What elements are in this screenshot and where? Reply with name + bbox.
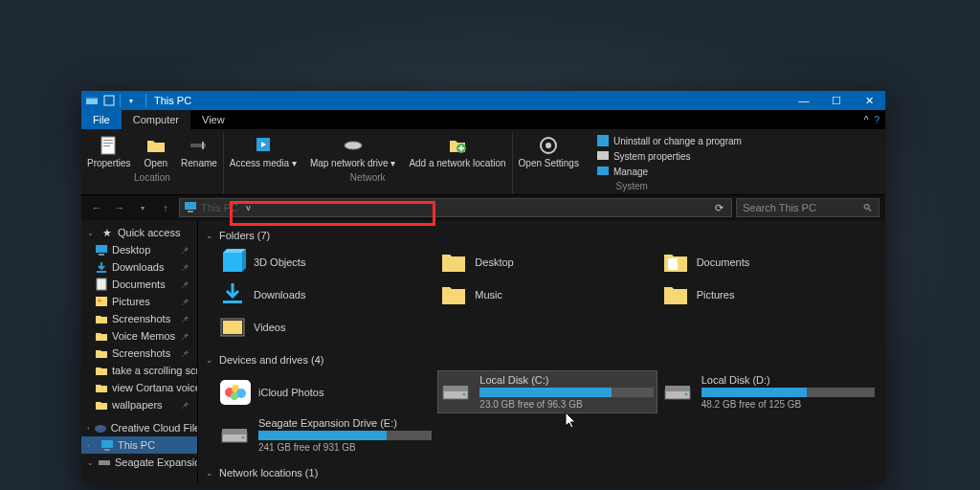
properties-button[interactable]: Properties: [81, 133, 137, 170]
uninstall-program-button[interactable]: Uninstall or change a program: [590, 133, 747, 148]
pin-icon: 📌︎: [180, 279, 193, 290]
navigation-bar: ← → ▾ ↑ This PC v ⟳ Search This PC 🔍︎: [81, 195, 885, 220]
cloud-icon: [94, 421, 107, 434]
section-network-locations[interactable]: ⌄ Network locations (1): [206, 463, 878, 482]
open-settings-button[interactable]: Open Settings: [513, 133, 585, 170]
sidebar-item-take-a-scrolling-scre[interactable]: take a scrolling scre📌︎: [81, 362, 197, 379]
folder-icon: [662, 249, 689, 276]
close-button[interactable]: ✕: [853, 91, 885, 110]
sidebar-item-screenshots[interactable]: Screenshots📌︎: [81, 345, 197, 362]
title-bar[interactable]: ▾ This PC — ☐ ✕: [81, 91, 885, 110]
drive-local-disk-c-[interactable]: Local Disk (C:)23.0 GB free of 96.3 GB: [438, 371, 656, 412]
folder-downloads[interactable]: Downloads: [217, 279, 434, 310]
search-input[interactable]: Search This PC 🔍︎: [736, 198, 880, 217]
svg-point-14: [546, 143, 551, 148]
folder-music[interactable]: Music: [438, 279, 656, 310]
navigation-pane[interactable]: ⌄ ★ Quick access Desktop📌︎Downloads📌︎Doc…: [81, 220, 198, 483]
chevron-down-icon: ⌄: [206, 355, 213, 365]
forward-button[interactable]: →: [110, 198, 129, 217]
svg-marker-31: [223, 249, 246, 253]
section-drives[interactable]: ⌄ Devices and drives (4): [206, 350, 878, 369]
folder-icon: [219, 249, 246, 276]
folder-pictures[interactable]: Pictures: [660, 279, 878, 310]
svg-marker-32: [242, 249, 246, 272]
refresh-button[interactable]: ⟳: [711, 202, 727, 214]
folder-icon: [219, 314, 246, 341]
folder-3d-objects[interactable]: 3D Objects: [217, 247, 434, 278]
svg-point-11: [345, 142, 362, 149]
folder-icon: [219, 281, 246, 308]
svg-rect-18: [185, 202, 196, 210]
help-icon[interactable]: ?: [874, 115, 880, 125]
sidebar-item-voice-memos[interactable]: Voice Memos📌︎: [81, 327, 197, 345]
explorer-icon: [85, 94, 99, 107]
up-button[interactable]: ↑: [156, 198, 175, 217]
svg-rect-4: [103, 140, 113, 141]
svg-point-47: [684, 392, 687, 395]
svg-rect-28: [104, 449, 110, 451]
sidebar-item-documents[interactable]: Documents📌︎: [81, 276, 197, 293]
documents-icon: [95, 278, 108, 291]
map-drive-button[interactable]: Map network drive ▾: [304, 133, 401, 170]
drive-icloud-photos[interactable]: iCloud Photos: [217, 371, 434, 412]
svg-rect-24: [96, 297, 107, 306]
minimize-button[interactable]: —: [788, 91, 820, 110]
address-bar[interactable]: This PC v ⟳: [179, 198, 732, 217]
pin-icon: 📌︎: [180, 245, 193, 256]
system-properties-button[interactable]: System properties: [590, 148, 697, 164]
sidebar-item-pictures[interactable]: Pictures📌︎: [81, 293, 197, 310]
open-button[interactable]: Open: [139, 133, 173, 170]
folder-icon: [95, 381, 108, 394]
section-folders[interactable]: ⌄ Folders (7): [206, 226, 878, 245]
sidebar-item-view-cortana-voice[interactable]: view Cortana voice📌︎: [81, 379, 197, 396]
tab-file[interactable]: File: [81, 110, 122, 129]
downloads-icon: [95, 260, 108, 274]
search-placeholder: Search This PC: [743, 202, 816, 213]
svg-point-41: [231, 392, 238, 400]
recent-locations-button[interactable]: ▾: [133, 198, 152, 217]
sidebar-item-wallpapers[interactable]: wallpapers📌︎: [81, 396, 197, 413]
manage-button[interactable]: Manage: [590, 164, 654, 179]
ribbon-group-system: Open Settings Uninstall or change a prog…: [513, 133, 751, 194]
rename-button[interactable]: Rename: [175, 133, 223, 170]
back-button[interactable]: ←: [87, 198, 106, 217]
svg-rect-6: [103, 145, 110, 146]
maximize-button[interactable]: ☐: [820, 91, 853, 110]
svg-rect-43: [443, 386, 468, 391]
drive-icon: [441, 380, 472, 405]
sidebar-item-desktop[interactable]: Desktop📌︎: [81, 241, 197, 258]
qat-properties-icon[interactable]: [102, 94, 116, 107]
access-media-button[interactable]: Access media ▾: [224, 133, 302, 170]
svg-rect-29: [99, 460, 110, 465]
drive-local-disk-d-[interactable]: Local Disk (D:)48.2 GB free of 125 GB: [660, 371, 878, 412]
sidebar-seagate[interactable]: ⌄ Seagate Expansion Dr: [81, 454, 197, 471]
ribbon-collapse-icon[interactable]: ^: [864, 115, 869, 125]
tab-view[interactable]: View: [190, 110, 236, 129]
sidebar-creative-cloud[interactable]: › Creative Cloud Files: [81, 419, 197, 436]
drive-icon: [220, 380, 251, 405]
address-dropdown-icon[interactable]: v: [242, 203, 255, 212]
ribbon-group-network: Access media ▾ Map network drive ▾ Add a…: [224, 133, 513, 194]
qat-dropdown-icon[interactable]: ▾: [124, 94, 138, 107]
tab-computer[interactable]: Computer: [122, 110, 190, 129]
capacity-bar: [479, 388, 653, 397]
pictures-icon: [95, 295, 108, 308]
address-text: This PC: [201, 202, 238, 213]
explorer-window: ▾ This PC — ☐ ✕ File Computer View ^ ? P…: [81, 91, 885, 483]
folder-videos[interactable]: Videos: [217, 312, 434, 343]
pc-icon: [184, 200, 197, 215]
sidebar-quick-access[interactable]: ⌄ ★ Quick access: [81, 224, 197, 241]
content-pane[interactable]: ⌄ Folders (7) 3D ObjectsDesktopDocuments…: [198, 220, 885, 483]
sidebar-item-screenshots[interactable]: Screenshots📌︎: [81, 310, 197, 327]
add-network-location-button[interactable]: Add a network location: [403, 133, 511, 170]
folder-desktop[interactable]: Desktop: [438, 247, 656, 278]
svg-rect-2: [104, 96, 114, 105]
svg-rect-23: [97, 278, 106, 290]
drive-seagate-expansion-drive-e-[interactable]: Seagate Expansion Drive (E:)241 GB free …: [217, 414, 434, 456]
sidebar-item-downloads[interactable]: Downloads📌︎: [81, 258, 197, 276]
svg-rect-33: [668, 258, 678, 270]
sidebar-this-pc[interactable]: › This PC: [81, 436, 197, 454]
pin-icon: 📌︎: [180, 348, 193, 359]
folder-documents[interactable]: Documents: [660, 247, 878, 278]
folder-icon: [95, 346, 108, 360]
